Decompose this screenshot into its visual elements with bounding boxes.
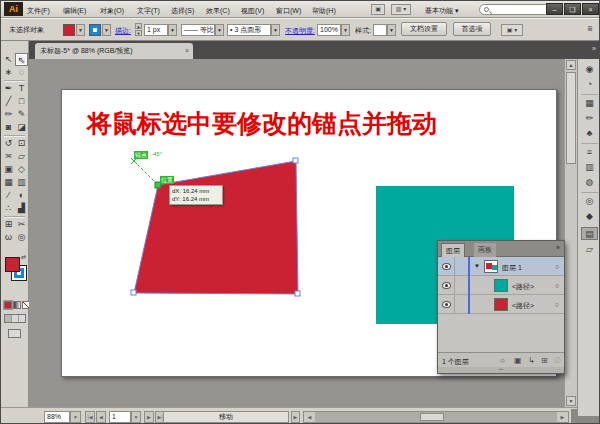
vertical-scroll-thumb[interactable] [566, 72, 576, 164]
scale-tool[interactable]: ⊡ [15, 137, 28, 150]
style-dropdown[interactable]: ▼ [387, 24, 396, 36]
artboard-tool[interactable]: ⊞ [2, 218, 15, 231]
draw-inside-icon[interactable] [19, 315, 25, 322]
new-sublayer-icon[interactable]: ↳ [528, 356, 535, 365]
clipping-mask-icon[interactable]: ▣ [514, 356, 522, 365]
artboards-panel-icon[interactable]: ▱ [581, 243, 598, 256]
fill-indicator[interactable] [5, 257, 20, 272]
visibility-eye-icon[interactable] [442, 263, 451, 270]
artboard-dropdown-icon[interactable]: ▼ [131, 411, 141, 423]
anchor-point[interactable] [293, 158, 298, 163]
brushes-panel-icon[interactable]: ✏ [581, 112, 598, 125]
menu-view[interactable]: 视图(V) [241, 6, 264, 16]
bridge-icon[interactable]: ▣ [371, 4, 385, 15]
anchor-point[interactable] [295, 291, 300, 296]
lasso-tool[interactable]: ◌ [15, 66, 28, 79]
slice-tool[interactable]: ✂ [15, 218, 28, 231]
stroke-panel-icon[interactable]: ≡ [581, 146, 598, 159]
opacity-dropdown[interactable]: ▼ [341, 24, 350, 36]
stroke-weight-down[interactable]: ▼ [135, 30, 142, 36]
target-circle-icon[interactable]: ○ [555, 301, 559, 308]
select-similar-icon[interactable]: ▣ ▾ [501, 24, 523, 36]
zoom-tool[interactable]: ◎ [15, 231, 28, 244]
gradient-tool[interactable]: ▥ [15, 176, 28, 189]
column-graph-tool[interactable]: ▟ [15, 202, 28, 215]
brush-definition-dropdown[interactable]: ▼ [271, 24, 280, 36]
next-artboard-icon[interactable]: ▶ [144, 411, 154, 423]
drawing-modes-group[interactable] [4, 314, 26, 323]
swatches-panel-icon[interactable]: ▦ [581, 97, 598, 110]
symbol-sprayer-tool[interactable]: ∴ [2, 202, 15, 215]
horizontal-scroll-thumb[interactable] [420, 413, 444, 421]
new-layer-icon[interactable]: ⊞ [541, 356, 548, 365]
status-menu-icon[interactable]: ▶ [291, 411, 300, 423]
draw-normal-icon[interactable] [5, 315, 12, 322]
preferences-button[interactable]: 首选项 [453, 22, 491, 36]
blend-tool[interactable]: ◐ [15, 189, 28, 202]
gradient-mode-button[interactable] [13, 301, 21, 309]
stroke-color-swatch[interactable] [89, 24, 101, 36]
menu-file[interactable]: 文件(F) [27, 6, 50, 16]
visibility-eye-icon[interactable] [442, 301, 451, 308]
layer-name[interactable]: 图层 1 [502, 263, 522, 273]
scroll-down-icon[interactable]: ▼ [566, 396, 576, 406]
restore-button[interactable]: ❏ [564, 3, 581, 15]
layer-thumbnail[interactable] [494, 298, 508, 311]
tab-layers[interactable]: 图层 [441, 243, 465, 257]
pencil-tool[interactable]: ✎ [15, 108, 28, 121]
horizontal-scrollbar[interactable]: ◀ ▶ [303, 411, 569, 423]
layer-name[interactable]: <路径> [512, 282, 534, 292]
pen-tool[interactable]: ✒ [2, 82, 15, 95]
rectangle-tool[interactable]: □ [15, 95, 28, 108]
panel-collapse-icon[interactable]: » [556, 244, 560, 251]
eraser-tool[interactable]: ◪ [15, 121, 28, 134]
brush-definition-field[interactable]: • 3 点圆形 [227, 24, 271, 36]
mesh-tool[interactable]: ▦ [2, 176, 15, 189]
paintbrush-tool[interactable]: ✏ [2, 108, 15, 121]
style-field[interactable] [373, 24, 387, 36]
zoom-dropdown-icon[interactable]: ▼ [70, 411, 81, 423]
shape-builder-tool[interactable]: ▣ [2, 163, 15, 176]
layers-panel-icon[interactable]: ▤ [581, 227, 598, 240]
blob-brush-tool[interactable]: ◙ [2, 121, 15, 134]
locate-object-icon[interactable]: ○ [500, 356, 505, 365]
dock-collapse-icon[interactable]: » [592, 45, 596, 52]
width-profile-dropdown[interactable]: ▼ [215, 24, 224, 36]
arrange-documents-icon[interactable]: ▥ ▾ [391, 4, 411, 15]
close-button[interactable]: × [582, 3, 599, 15]
selection-tool[interactable]: ↖ [2, 53, 15, 66]
opacity-panel-link[interactable]: 不透明度: [285, 26, 315, 36]
graphic-styles-panel-icon[interactable]: ◆ [581, 210, 598, 223]
perspective-grid-tool[interactable]: ◇ [15, 163, 28, 176]
opacity-field[interactable]: 100% [317, 24, 341, 36]
fill-color-dropdown[interactable]: ▼ [76, 24, 85, 36]
layer-row[interactable]: <路径> ○ [438, 295, 564, 314]
width-tool[interactable]: ≍ [2, 150, 15, 163]
layer-thumbnail[interactable] [484, 260, 498, 273]
delete-layer-icon[interactable]: ∅ [554, 356, 561, 365]
artboard-number-field[interactable]: 1 [109, 411, 131, 423]
gradient-panel-icon[interactable]: ▥ [581, 161, 598, 174]
minimize-button[interactable]: – [546, 3, 563, 15]
search-input[interactable] [479, 4, 551, 15]
transparency-panel-icon[interactable]: ◍ [581, 176, 598, 189]
visibility-eye-icon[interactable] [442, 282, 451, 289]
prev-artboard-icon[interactable]: ◀ [96, 411, 106, 423]
disclosure-triangle-icon[interactable]: ▼ [474, 263, 480, 269]
anchor-point[interactable] [131, 290, 136, 295]
fill-color-swatch[interactable] [63, 24, 75, 36]
target-circle-icon[interactable]: ○ [555, 263, 559, 270]
scroll-up-icon[interactable]: ▲ [566, 60, 576, 70]
symbols-panel-icon[interactable]: ♣ [581, 127, 598, 140]
magic-wand-tool[interactable]: ∗ [2, 66, 15, 79]
layer-row[interactable]: ▼ 图层 1 ○ [438, 257, 564, 276]
zoom-level-field[interactable]: 88% [44, 411, 70, 423]
stroke-weight-dropdown[interactable]: ▼ [168, 24, 177, 36]
scroll-left-icon[interactable]: ◀ [304, 412, 315, 422]
width-profile-field[interactable]: —— 等比 [181, 24, 215, 36]
tab-close-icon[interactable]: × [185, 47, 189, 55]
document-setup-button[interactable]: 文档设置 [401, 22, 447, 36]
stroke-color-dropdown[interactable]: ▼ [102, 24, 111, 36]
menu-effect[interactable]: 效果(C) [206, 6, 230, 16]
document-tab[interactable]: 未标题-5* @ 88% (RGB/预览) × [35, 43, 193, 59]
